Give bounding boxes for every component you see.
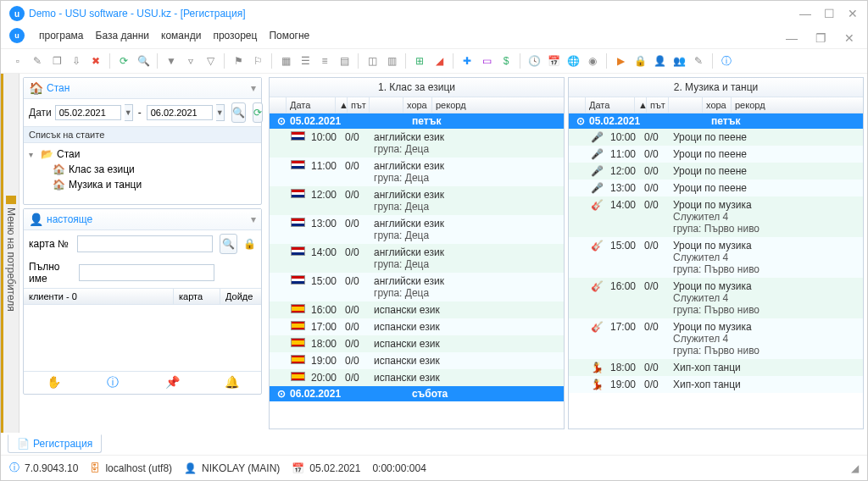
schedule-row[interactable]: 🎸15:000/0Уроци по музикаСлужител 4група:… — [569, 237, 863, 278]
schedule-row[interactable]: 12:000/0английски езикгрупа: Деца — [270, 186, 564, 215]
col-card[interactable]: карта — [174, 289, 220, 304]
tool-refresh-icon[interactable]: ⟳ — [115, 53, 132, 69]
menu-help[interactable]: Помогне — [269, 30, 309, 41]
tool-cal-icon[interactable]: 📅 — [545, 53, 562, 69]
dropdown-icon[interactable]: ▼ — [125, 104, 133, 121]
schedule-row[interactable]: 15:000/0английски езикгрупа: Деца — [270, 273, 564, 301]
minimize-button[interactable]: — — [799, 7, 811, 20]
schedule-row[interactable]: 18:000/0испански език — [270, 335, 564, 352]
schedule-row[interactable]: 🎸16:000/0Уроци по музикаСлужител 4група:… — [569, 278, 863, 318]
mdi-close-button[interactable]: ✕ — [843, 31, 855, 45]
tool-edit-icon[interactable]: ✎ — [29, 53, 46, 69]
tool-excel-icon[interactable]: ⊞ — [411, 53, 428, 69]
col-people[interactable]: хора — [703, 97, 732, 113]
schedule-row[interactable]: 💃18:000/0Хип-хоп танци — [569, 359, 863, 376]
tool-filter-icon[interactable]: ▼ — [163, 53, 180, 69]
tool-add-icon[interactable]: ✚ — [459, 53, 476, 69]
date-group[interactable]: ⊙06.02.2021събота — [270, 386, 564, 401]
menu-commands[interactable]: команди — [161, 30, 201, 41]
tab-registration[interactable]: 📄Регистрация — [8, 434, 102, 453]
schedule-row[interactable]: 16:000/0испански език — [270, 301, 564, 318]
fullname-input[interactable] — [79, 264, 214, 281]
present-menu-icon[interactable]: ▾ — [251, 213, 256, 225]
col-record[interactable]: рекорд — [432, 97, 564, 113]
hand-button[interactable]: ✋ — [24, 372, 83, 394]
col-record[interactable]: рекорд — [732, 97, 863, 113]
schedule-row[interactable]: 20:000/0испански език — [270, 369, 564, 386]
tool-new-icon[interactable]: ▫ — [9, 53, 26, 69]
tool-search-icon[interactable]: 🔍 — [135, 53, 152, 69]
col-came[interactable]: Дойде — [220, 289, 261, 304]
tool-clock-icon[interactable]: 🕓 — [526, 53, 542, 69]
tree-item-music[interactable]: 🏠Музика и танци — [29, 177, 256, 192]
col-clients[interactable]: клиенти - 0 — [24, 289, 174, 304]
tool-flag-icon[interactable]: ⚑ — [230, 53, 247, 69]
schedule-row[interactable]: 10:000/0английски езикгрупа: Деца — [270, 129, 564, 158]
tool-grid1-icon[interactable]: ▦ — [277, 53, 294, 69]
tool-flagoff-icon[interactable]: ⚐ — [249, 53, 266, 69]
mdi-minimize-button[interactable]: — — [786, 31, 798, 45]
date-to-input[interactable] — [147, 105, 213, 120]
tool-delete-icon[interactable]: ✖ — [87, 53, 104, 69]
schedule-row[interactable]: 11:000/0английски езикгрупа: Деца — [270, 158, 564, 186]
col-path[interactable]: път — [647, 97, 669, 113]
tool-users-icon[interactable]: 👥 — [670, 53, 687, 69]
schedule-row[interactable]: 🎸17:000/0Уроци по музикаСлужител 4група:… — [569, 318, 863, 359]
schedule-row[interactable]: 🎤10:000/0Уроци по пеене — [569, 129, 863, 146]
menu-program[interactable]: програма — [39, 30, 84, 41]
col-path[interactable]: път — [348, 97, 370, 113]
tool-grid4-icon[interactable]: ▤ — [336, 53, 353, 69]
search-button[interactable]: 🔍 — [231, 102, 246, 123]
date-group[interactable]: ⊙05.02.2021петък — [569, 113, 863, 129]
date-from-input[interactable] — [55, 105, 121, 120]
schedule-row[interactable]: 13:000/0английски езикгрупа: Деца — [270, 215, 564, 244]
tree-item-languages[interactable]: 🏠Клас за езици — [29, 162, 256, 177]
tool-money-icon[interactable]: $ — [498, 53, 515, 69]
pin-button[interactable]: 📌 — [142, 372, 202, 394]
tool-color-icon[interactable]: ◉ — [584, 53, 601, 69]
mdi-restore-button[interactable]: ❐ — [815, 31, 826, 45]
schedule-row[interactable]: 🎤13:000/0Уроци по пеене — [569, 180, 863, 196]
tool-grid2-icon[interactable]: ☰ — [297, 53, 314, 69]
schedule-row[interactable]: 🎸14:000/0Уроци по музикаСлужител 4група:… — [569, 196, 863, 237]
refresh-button[interactable]: ⟳ — [253, 102, 263, 123]
tool-info-icon[interactable]: ⓘ — [718, 53, 735, 69]
schedule-row[interactable]: 🎤12:000/0Уроци по пеене — [569, 163, 863, 180]
tool-lock-icon[interactable]: 🔒 — [632, 53, 648, 69]
tool-copy-icon[interactable]: ❐ — [48, 53, 65, 69]
card-input[interactable] — [77, 235, 213, 252]
tool-brush-icon[interactable]: ✎ — [690, 53, 707, 69]
resize-grip-icon[interactable]: ◢ — [851, 462, 859, 474]
tree-root[interactable]: ▾📂Стаи — [29, 147, 256, 162]
info-button[interactable]: ⓘ — [83, 372, 142, 394]
tool-col1-icon[interactable]: ◫ — [364, 53, 381, 69]
date-group[interactable]: ⊙05.02.2021петък — [270, 113, 564, 129]
tool-filter2-icon[interactable]: ▿ — [182, 53, 199, 69]
tool-globe-icon[interactable]: 🌐 — [565, 53, 581, 69]
tool-col2-icon[interactable]: ▥ — [383, 53, 400, 69]
col-date[interactable]: Дата — [586, 97, 635, 113]
schedule-row[interactable]: 💃19:000/0Хип-хоп танци — [569, 376, 863, 393]
menu-database[interactable]: База данни — [96, 30, 150, 41]
user-menu-sidetab[interactable]: Меню на потребителя — [1, 74, 19, 433]
tool-grid3-icon[interactable]: ≡ — [316, 53, 333, 69]
tool-chart-icon[interactable]: ◢ — [431, 53, 448, 69]
col-people[interactable]: хора — [403, 97, 432, 113]
tool-import-icon[interactable]: ⇩ — [68, 53, 85, 69]
dropdown-icon[interactable]: ▼ — [216, 104, 225, 121]
bell-button[interactable]: 🔔 — [202, 372, 261, 394]
schedule-row[interactable]: 19:000/0испански език — [270, 352, 564, 369]
tool-user-icon[interactable]: 👤 — [651, 53, 668, 69]
maximize-button[interactable]: ☐ — [823, 7, 835, 20]
menu-window[interactable]: прозорец — [213, 30, 257, 41]
rooms-menu-icon[interactable]: ▾ — [251, 82, 256, 94]
tool-rss-icon[interactable]: ▶ — [612, 53, 629, 69]
schedule-row[interactable]: 🎤11:000/0Уроци по пеене — [569, 146, 863, 163]
col-date[interactable]: Дата — [287, 97, 336, 113]
tool-card-icon[interactable]: ▭ — [478, 53, 495, 69]
schedule-row[interactable]: 17:000/0испански език — [270, 318, 564, 335]
lock-icon[interactable]: 🔒 — [243, 238, 256, 250]
card-search-button[interactable]: 🔍 — [220, 234, 237, 254]
tool-filteroff-icon[interactable]: ▽ — [202, 53, 219, 69]
close-button[interactable]: ✕ — [847, 7, 859, 20]
